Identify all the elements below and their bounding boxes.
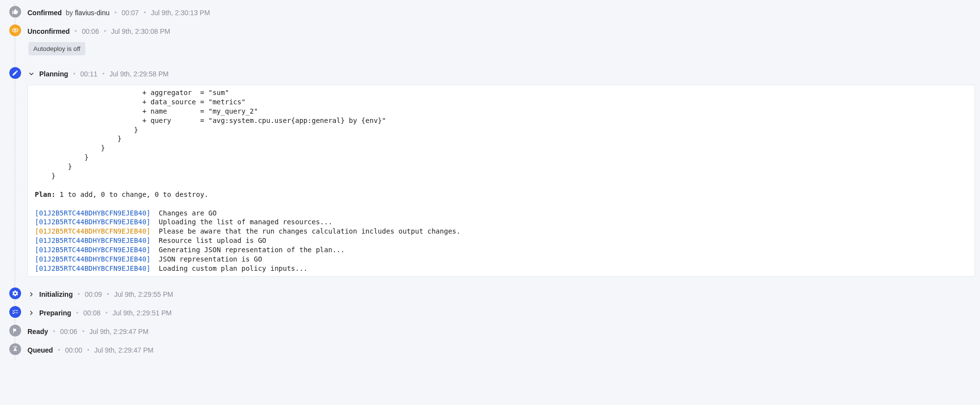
separator-dot: • [76, 288, 81, 300]
step-header: Preparing • 00:08 • Jul 9th, 2:29:51 PM [27, 307, 980, 319]
separator-dot: • [86, 344, 91, 356]
step-header: Ready • 00:06 • Jul 9th, 2:29:47 PM [27, 326, 980, 337]
planning-log-panel[interactable]: + aggregator = "sum" + data_source = "me… [27, 85, 975, 277]
separator-dot: • [57, 344, 61, 356]
step-duration: 00:06 [82, 25, 99, 37]
step-header: Unconfirmed • 00:06 • Jul 9th, 2:30:08 P… [27, 25, 980, 37]
chevron-down-icon[interactable] [27, 70, 35, 78]
step-initializing: Initializing • 00:09 • Jul 9th, 2:29:55 … [27, 286, 980, 304]
separator-dot: • [81, 326, 86, 337]
chevron-right-icon[interactable] [27, 290, 35, 298]
separator-dot: • [103, 25, 107, 37]
step-header: Initializing • 00:09 • Jul 9th, 2:29:55 … [27, 288, 980, 300]
step-title: Planning [39, 68, 68, 80]
checklist-icon [9, 306, 21, 318]
pencil-icon [9, 67, 21, 79]
step-timestamp: Jul 9th, 2:29:58 PM [109, 68, 169, 80]
separator-dot: • [52, 326, 56, 337]
separator-dot: • [72, 68, 76, 80]
step-header: Queued • 00:00 • Jul 9th, 2:29:47 PM [27, 344, 980, 356]
step-duration: 00:11 [80, 68, 98, 80]
eye-icon [9, 24, 21, 36]
step-timestamp: Jul 9th, 2:29:51 PM [113, 307, 172, 319]
flag-icon [9, 325, 21, 336]
step-timestamp: Jul 9th, 2:29:47 PM [89, 326, 149, 337]
step-timestamp: Jul 9th, 2:29:47 PM [94, 344, 153, 356]
step-queued: Queued • 00:00 • Jul 9th, 2:29:47 PM [27, 341, 980, 360]
step-preparing: Preparing • 00:08 • Jul 9th, 2:29:51 PM [27, 304, 980, 323]
run-timeline: Confirmed by flavius-dinu • 00:07 • Jul … [0, 4, 980, 360]
svg-point-0 [14, 29, 16, 31]
step-timestamp: Jul 9th, 2:29:55 PM [114, 288, 174, 300]
chevron-right-icon[interactable] [27, 309, 35, 317]
thumbs-up-icon [9, 6, 21, 18]
step-duration: 00:06 [60, 326, 77, 337]
step-duration: 00:09 [85, 288, 102, 300]
separator-dot: • [114, 7, 118, 19]
step-title: Ready [27, 326, 48, 337]
separator-dot: • [74, 25, 78, 37]
autodeploy-off-badge: Autodeploy is off [28, 42, 85, 55]
separator-dot: • [104, 307, 109, 319]
gear-icon [9, 287, 21, 299]
confirmed-by: by flavius-dinu [66, 7, 110, 19]
step-header: Planning • 00:11 • Jul 9th, 2:29:58 PM [27, 68, 980, 80]
step-title: Preparing [39, 307, 71, 319]
step-planning: Planning • 00:11 • Jul 9th, 2:29:58 PM +… [27, 65, 980, 281]
step-timestamp: Jul 9th, 2:30:08 PM [111, 25, 171, 37]
step-title: Initializing [39, 288, 73, 300]
step-duration: 00:08 [83, 307, 101, 319]
hourglass-icon [9, 343, 21, 355]
separator-dot: • [106, 288, 110, 300]
step-ready: Ready • 00:06 • Jul 9th, 2:29:47 PM [27, 323, 980, 341]
planning-log-output: + aggregator = "sum" + data_source = "me… [28, 85, 975, 276]
separator-dot: • [75, 307, 79, 319]
step-duration: 00:00 [65, 344, 82, 356]
step-title: Confirmed [27, 7, 62, 19]
step-confirmed: Confirmed by flavius-dinu • 00:07 • Jul … [27, 4, 980, 23]
step-title: Unconfirmed [27, 25, 70, 37]
step-duration: 00:07 [122, 7, 139, 19]
separator-dot: • [101, 68, 106, 80]
separator-dot: • [143, 7, 147, 19]
step-title: Queued [27, 344, 53, 356]
step-unconfirmed: Unconfirmed • 00:06 • Jul 9th, 2:30:08 P… [27, 23, 980, 59]
step-timestamp: Jul 9th, 2:30:13 PM [151, 7, 210, 19]
step-header: Confirmed by flavius-dinu • 00:07 • Jul … [27, 7, 980, 19]
